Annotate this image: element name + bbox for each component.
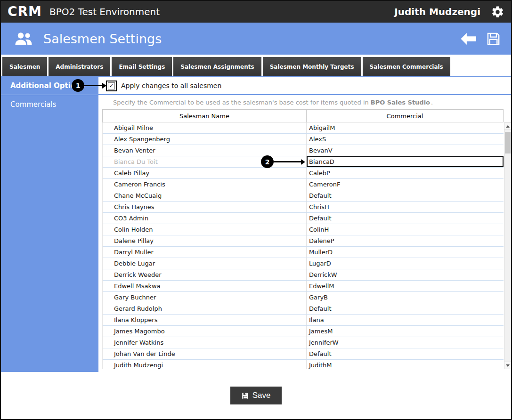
save-floppy-icon [486,32,501,46]
table-row: Johan Van der LindeDefault [103,348,504,360]
description-bold-text: BPO Sales Studio [371,99,430,106]
callout-2-arrowhead-icon [301,159,305,165]
salesman-name-cell: Bevan Venter [103,145,307,156]
table-header-row: Salesman Name Commercial [102,109,504,122]
salesman-name-cell: Debbie Lugar [103,258,307,269]
commercial-cell[interactable]: CameronF [307,179,504,190]
content-region: Additional Options Commercials ✓ Apply c… [1,76,511,372]
salesmen-icon [14,32,33,46]
save-header-button[interactable] [486,32,501,46]
table-row: Derrick WeederDerrickW [103,269,504,281]
commercial-cell[interactable]: Ilana [307,315,504,325]
tab-bar: Salesmen Administrators Email Settings S… [1,55,511,76]
tab-salesmen-assignments[interactable]: Salesmen Assignments [173,57,261,76]
salesman-name-cell: Ilana Kloppers [103,315,307,325]
commercial-cell[interactable]: BiancaD [307,156,504,167]
salesman-name-cell: Chane McCuaig [103,190,307,201]
table-row: CO3 AdminDefault [103,213,504,224]
table-row: Edwell MsakwaEdwellM [103,281,504,292]
sidebar-item-commercials[interactable]: Commercials [1,95,98,113]
salesman-name-cell: Dalene Pillay [103,235,307,246]
table-scrollbar[interactable] [504,122,512,369]
environment-title: BPO2 Test Environment [49,6,160,17]
table-row: Jennifer WatkinsJenniferW [103,337,504,348]
apply-all-checkbox[interactable]: ✓ [108,82,115,89]
header-actions [460,32,503,46]
top-bar: CRM BPO2 Test Environment Judith Mudzeng… [1,1,511,23]
salesman-name-cell: Cameron Francis [103,179,307,190]
commercial-cell[interactable]: JudithM [307,360,504,369]
table-row: Colin HoldenColinH [103,224,504,235]
salesman-name-cell: Derrick Weeder [103,269,307,280]
sidebar: Additional Options Commercials [1,76,98,372]
checkbox-highlight-box: ✓ [106,81,117,91]
commercial-cell[interactable]: AlexS [307,134,504,145]
table-row: Darryl MullerMullerD [103,247,504,258]
logged-in-user: Judith Mudzengi [394,6,480,17]
commercial-cell[interactable]: BevanV [307,145,504,156]
scroll-up-icon [506,125,510,128]
salesman-name-cell: Judith Mudzengi [103,360,307,369]
commercial-cell[interactable]: DaleneP [307,235,504,246]
callout-1-arrow [84,85,102,86]
commercial-cell[interactable]: MullerD [307,247,504,258]
salesman-name-cell: Chris Haynes [103,202,307,212]
commercial-cell[interactable]: Default [307,303,504,314]
tab-email-settings[interactable]: Email Settings [112,57,172,76]
callout-1-arrowhead-icon [102,83,106,89]
scroll-down-button[interactable] [504,362,511,369]
commercial-cell[interactable]: ColinH [307,224,504,235]
settings-gear-icon[interactable] [491,5,504,19]
column-header-commercial: Commercial [307,110,503,122]
salesman-name-cell: Gerard Rudolph [103,303,307,314]
commercial-cell[interactable]: DerrickW [307,269,504,280]
table-row: Judith MudzengiJudithM [103,360,504,369]
table-row: Gary BuchnerGaryB [103,292,504,303]
tab-administrators[interactable]: Administrators [49,57,110,76]
salesman-name-cell: Colin Holden [103,224,307,235]
salesman-name-cell: Jennifer Watkins [103,337,307,348]
table-row: Bevan VenterBevanV [103,145,504,156]
commercial-cell[interactable]: AbigailM [307,122,504,133]
salesman-name-cell: James Magombo [103,326,307,337]
commercial-cell[interactable]: CalebP [307,168,504,178]
table-row: Gerard RudolphDefault [103,303,504,315]
table-row: James MagomboJamesM [103,326,504,337]
back-arrow-icon [460,32,477,45]
commercial-cell[interactable]: Default [307,190,504,201]
salesman-name-cell: Abigail Milne [103,122,307,133]
table-row: Debbie LugarLugarD [103,258,504,269]
save-button-label: Save [252,391,271,400]
table-row: Alex SpangenbergAlexS [103,134,504,145]
app-window: CRM BPO2 Test Environment Judith Mudzeng… [0,0,512,420]
back-button[interactable] [460,32,477,45]
scroll-up-button[interactable] [504,123,511,130]
commercial-cell[interactable]: GaryB [307,292,504,303]
commercial-cell[interactable]: Default [307,348,504,359]
scrollbar-thumb[interactable] [505,132,511,153]
tab-salesmen-monthly-targets[interactable]: Salesmen Monthly Targets [263,57,361,76]
commercial-cell[interactable]: JamesM [307,326,504,337]
table-row: Dalene PillayDaleneP [103,235,504,247]
commercial-cell[interactable]: EdwellM [307,281,504,291]
commercial-cell[interactable]: ChrisH [307,202,504,212]
tab-salesmen-commercials[interactable]: Salesmen Commercials [363,57,450,76]
description-suffix: . [431,99,433,106]
commercial-cell[interactable]: Default [307,213,504,224]
description-text: Specify the Commercial to be used as the… [113,99,369,106]
callout-2-arrow [274,161,301,162]
salesman-name-cell: Alex Spangenberg [103,134,307,145]
salesman-name-cell: CO3 Admin [103,213,307,224]
commercial-cell[interactable]: JenniferW [307,337,504,348]
commercials-table: Salesman Name Commercial Abigail MilneAb… [102,109,504,369]
callout-1: 1 [72,79,106,92]
callout-1-number: 1 [72,79,84,92]
table-row: Cameron FrancisCameronF [103,179,504,190]
page-title: Salesmen Settings [43,32,162,46]
commercial-cell[interactable]: LugarD [307,258,504,269]
tab-salesmen[interactable]: Salesmen [2,57,47,76]
salesman-name-cell: Johan Van der Linde [103,348,307,359]
save-button[interactable]: Save [230,387,282,404]
commercials-description: Specify the Commercial to be used as the… [98,95,511,109]
callout-2: 2 [261,155,305,168]
